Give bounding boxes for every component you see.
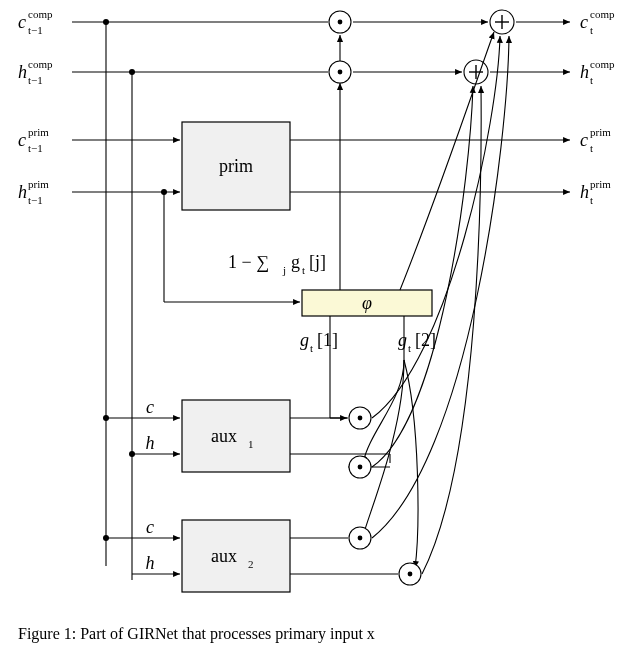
svg-text:[j]: [j]: [309, 252, 326, 272]
svg-text:t: t: [590, 194, 593, 206]
svg-text:prim: prim: [28, 126, 49, 138]
in-h-comp-label: h comp t−1: [18, 58, 53, 86]
g1-label: g t [1]: [300, 330, 338, 354]
svg-text:t: t: [408, 342, 411, 354]
svg-text:prim: prim: [590, 126, 611, 138]
svg-text:1: 1: [248, 438, 254, 450]
svg-text:[1]: [1]: [317, 330, 338, 350]
svg-text:g: g: [398, 330, 407, 350]
svg-text:g: g: [291, 252, 300, 272]
svg-text:t−1: t−1: [28, 74, 43, 86]
svg-text:comp: comp: [28, 8, 53, 20]
prim-box-label: prim: [219, 156, 253, 176]
svg-point-35: [103, 415, 109, 421]
out-c-prim-label: c prim t: [580, 126, 611, 154]
in-c-comp-label: c comp t−1: [18, 8, 53, 36]
svg-text:c: c: [580, 12, 588, 32]
svg-text:t: t: [310, 342, 313, 354]
aux2-h-label: h: [146, 553, 155, 573]
phi-label: φ: [362, 293, 372, 313]
svg-text:t−1: t−1: [28, 194, 43, 206]
svg-text:c: c: [18, 130, 26, 150]
svg-text:t−1: t−1: [28, 24, 43, 36]
svg-text:2: 2: [248, 558, 254, 570]
svg-text:h: h: [580, 182, 589, 202]
svg-text:t: t: [590, 142, 593, 154]
out-h-comp-label: h comp t: [580, 58, 615, 86]
figure-caption: Figure 1: Part of GIRNet that processes …: [18, 625, 622, 643]
svg-text:h: h: [580, 62, 589, 82]
svg-text:h: h: [18, 62, 27, 82]
svg-text:t: t: [590, 24, 593, 36]
out-h-prim-label: h prim t: [580, 178, 611, 206]
svg-text:g: g: [300, 330, 309, 350]
svg-text:c: c: [18, 12, 26, 32]
svg-text:1 − ∑: 1 − ∑: [228, 252, 269, 272]
aux2-label: aux: [211, 546, 237, 566]
svg-point-37: [129, 451, 135, 457]
svg-text:h: h: [18, 182, 27, 202]
svg-text:comp: comp: [590, 58, 615, 70]
aux1-h-label: h: [146, 433, 155, 453]
svg-text:j: j: [282, 264, 286, 276]
aux2-c-label: c: [146, 517, 154, 537]
out-c-comp-label: c comp t: [580, 8, 615, 36]
svg-text:prim: prim: [28, 178, 49, 190]
svg-text:t: t: [302, 264, 305, 276]
aux1-c-label: c: [146, 397, 154, 417]
svg-text:t−1: t−1: [28, 142, 43, 154]
in-h-prim-label: h prim t−1: [18, 178, 49, 206]
in-c-prim-label: c prim t−1: [18, 126, 49, 154]
svg-text:comp: comp: [28, 58, 53, 70]
svg-text:t: t: [590, 74, 593, 86]
aux1-label: aux: [211, 426, 237, 446]
svg-point-45: [103, 535, 109, 541]
svg-text:[2]: [2]: [415, 330, 436, 350]
svg-text:c: c: [580, 130, 588, 150]
gate-sum-label: 1 − ∑ j g t [j]: [228, 252, 326, 276]
svg-text:prim: prim: [590, 178, 611, 190]
svg-text:comp: comp: [590, 8, 615, 20]
girnet-diagram: prim φ 1 − ∑ j g t [j] g t [1] g t [2]: [0, 0, 640, 624]
